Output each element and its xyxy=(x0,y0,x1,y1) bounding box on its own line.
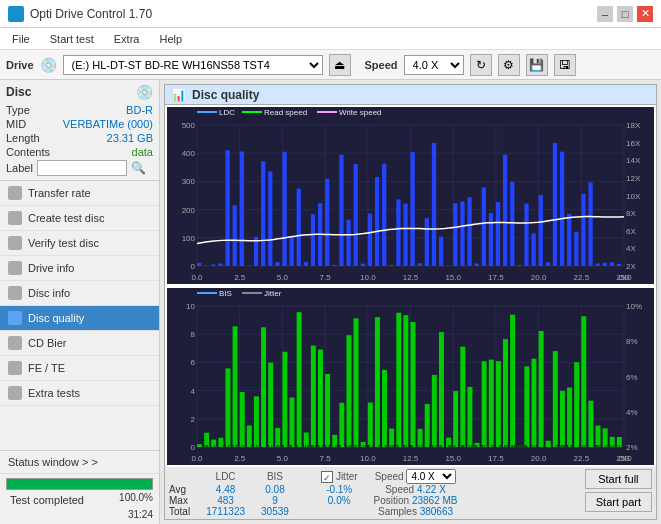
action-buttons: Start full Start part xyxy=(585,469,652,512)
sidebar-label-transfer-rate: Transfer rate xyxy=(28,187,91,199)
contents-value: data xyxy=(132,146,153,158)
speed-header: Speed xyxy=(375,471,404,482)
progress-bar-fill xyxy=(7,479,152,489)
close-button[interactable]: ✕ xyxy=(637,6,653,22)
verify-test-disc-icon xyxy=(8,236,22,250)
total-ldc: 1711323 xyxy=(198,506,253,517)
sidebar-item-cd-bier[interactable]: CD Bier xyxy=(0,331,159,356)
sidebar-label-disc-quality: Disc quality xyxy=(28,312,84,324)
disc-quality-icon xyxy=(8,311,22,325)
col-jitter-header: ✓ Jitter xyxy=(313,469,366,484)
speed-val: 4.22 X xyxy=(417,484,446,495)
menu-extra[interactable]: Extra xyxy=(110,31,144,47)
minimize-button[interactable]: – xyxy=(597,6,613,22)
jitter-label: Jitter xyxy=(336,471,358,482)
sidebar-label-drive-info: Drive info xyxy=(28,262,74,274)
status-text: Test completed xyxy=(6,492,88,508)
mid-value: VERBATIMe (000) xyxy=(63,118,153,130)
window-title: Opti Drive Control 1.70 xyxy=(30,7,152,21)
elapsed-time: 31:24 xyxy=(128,509,153,520)
content-area: 📊 Disc quality LDC BI xyxy=(160,80,661,524)
menu-start-test[interactable]: Start test xyxy=(46,31,98,47)
col-ldc: LDC xyxy=(198,469,253,484)
label-label: Label xyxy=(6,162,33,174)
sidebar: Disc 💿 Type BD-R MID VERBATIMe (000) Len… xyxy=(0,80,160,524)
refresh-button[interactable]: ↻ xyxy=(470,54,492,76)
status-window-label: Status window > > xyxy=(8,456,98,468)
total-label: Total xyxy=(169,506,198,517)
mid-label: MID xyxy=(6,118,26,130)
contents-label: Contents xyxy=(6,146,50,158)
disc-info-icon xyxy=(8,286,22,300)
max-jitter: 0.0% xyxy=(313,495,366,506)
cd-bier-icon xyxy=(8,336,22,350)
length-label: Length xyxy=(6,132,40,144)
fe-te-icon xyxy=(8,361,22,375)
sidebar-item-extra-tests[interactable]: Extra tests xyxy=(0,381,159,406)
start-part-button[interactable]: Start part xyxy=(585,492,652,512)
app-logo xyxy=(8,6,24,22)
ldc-read-speed-chart xyxy=(167,107,654,284)
drive-selector[interactable]: (E:) HL-DT-ST BD-RE WH16NS58 TST4 xyxy=(63,55,323,75)
label-search-icon[interactable]: 🔍 xyxy=(131,161,146,175)
status-window-button[interactable]: Status window > > xyxy=(0,451,159,474)
menu-file[interactable]: File xyxy=(8,31,34,47)
save-button[interactable]: 🖫 xyxy=(554,54,576,76)
type-label: Type xyxy=(6,104,30,116)
menu-bar: File Start test Extra Help xyxy=(0,28,661,50)
chart-panel: 📊 Disc quality LDC BI xyxy=(164,84,657,520)
maximize-button[interactable]: □ xyxy=(617,6,633,22)
progress-bar-container xyxy=(6,478,153,490)
avg-ldc: 4.48 xyxy=(198,484,253,495)
transfer-rate-icon xyxy=(8,186,22,200)
chart-panel-header: 📊 Disc quality xyxy=(165,85,656,105)
progress-section: Test completed 100.0% 31:24 xyxy=(0,474,159,524)
label-input[interactable] xyxy=(37,160,127,176)
speed-selector[interactable]: 4.0 X xyxy=(404,55,464,75)
avg-jitter: -0.1% xyxy=(313,484,366,495)
eject-button[interactable]: ⏏ xyxy=(329,54,351,76)
max-ldc: 483 xyxy=(198,495,253,506)
drive-icon: 💿 xyxy=(40,57,57,73)
sidebar-item-disc-info[interactable]: Disc info xyxy=(0,281,159,306)
sidebar-label-create-test-disc: Create test disc xyxy=(28,212,104,224)
toolbar: Drive 💿 (E:) HL-DT-ST BD-RE WH16NS58 TST… xyxy=(0,50,661,80)
disc-icon: 💿 xyxy=(136,84,153,100)
col-bis: BIS xyxy=(253,469,297,484)
max-bis: 9 xyxy=(253,495,297,506)
jitter-checkbox[interactable]: ✓ xyxy=(321,471,333,483)
speed-label: Speed xyxy=(365,59,398,71)
sidebar-item-transfer-rate[interactable]: Transfer rate xyxy=(0,181,159,206)
main-layout: Disc 💿 Type BD-R MID VERBATIMe (000) Len… xyxy=(0,80,661,524)
chart-panel-icon: 📊 xyxy=(171,88,186,102)
avg-bis: 0.08 xyxy=(253,484,297,495)
sidebar-label-extra-tests: Extra tests xyxy=(28,387,80,399)
disc-button[interactable]: 💾 xyxy=(526,54,548,76)
settings-button[interactable]: ⚙ xyxy=(498,54,520,76)
sidebar-label-cd-bier: CD Bier xyxy=(28,337,67,349)
start-full-button[interactable]: Start full xyxy=(585,469,652,489)
sidebar-item-disc-quality[interactable]: Disc quality xyxy=(0,306,159,331)
title-bar: Opti Drive Control 1.70 – □ ✕ xyxy=(0,0,661,28)
speed-quality-selector[interactable]: 4.0 X xyxy=(406,469,456,484)
max-label: Max xyxy=(169,495,198,506)
samples-val: 380663 xyxy=(420,506,453,517)
status-bar-left: Status window > > Test completed 100.0% … xyxy=(0,450,159,524)
stats-table: LDC BIS ✓ Jitter Speed 4.0 X xyxy=(169,469,466,517)
sidebar-item-verify-test-disc[interactable]: Verify test disc xyxy=(0,231,159,256)
type-value: BD-R xyxy=(126,104,153,116)
sidebar-item-fe-te[interactable]: FE / TE xyxy=(0,356,159,381)
stats-row: LDC BIS ✓ Jitter Speed 4.0 X xyxy=(165,467,656,519)
speed-label-s: Speed xyxy=(385,484,417,495)
bis-jitter-chart xyxy=(167,288,654,465)
avg-label: Avg xyxy=(169,484,198,495)
chart-panel-title: Disc quality xyxy=(192,88,259,102)
disc-panel: Disc 💿 Type BD-R MID VERBATIMe (000) Len… xyxy=(0,80,159,181)
menu-help[interactable]: Help xyxy=(155,31,186,47)
disc-panel-title: Disc xyxy=(6,85,31,99)
sidebar-label-verify-test-disc: Verify test disc xyxy=(28,237,99,249)
progress-percentage: 100.0% xyxy=(119,492,153,508)
sidebar-item-drive-info[interactable]: Drive info xyxy=(0,256,159,281)
sidebar-item-create-test-disc[interactable]: Create test disc xyxy=(0,206,159,231)
samples-label: Samples xyxy=(378,506,420,517)
